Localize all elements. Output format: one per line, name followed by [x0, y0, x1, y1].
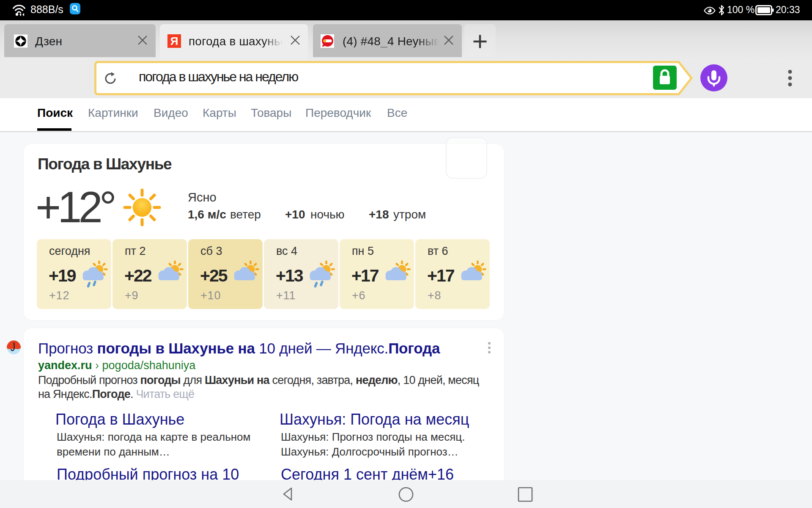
svg-text:Я: Я [170, 35, 178, 47]
